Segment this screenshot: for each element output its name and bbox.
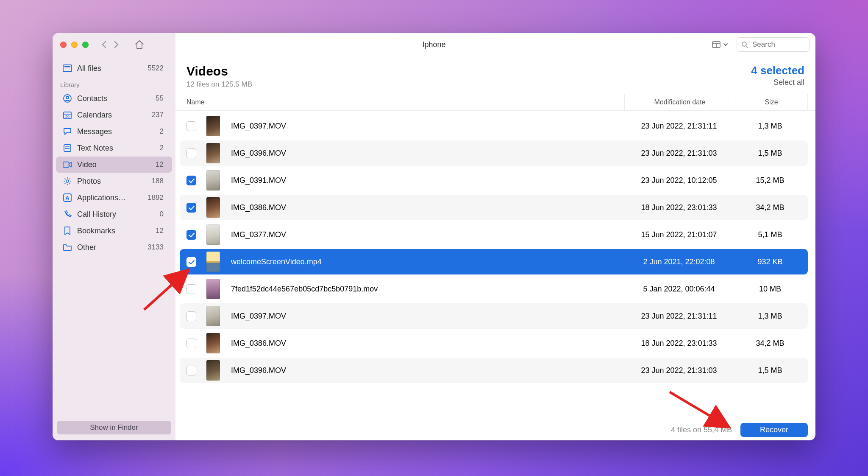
file-row[interactable]: IMG_0397.MOV23 Jun 2022, 21:31:111,3 MB bbox=[180, 303, 808, 329]
nav-forward-button[interactable] bbox=[113, 41, 119, 48]
chevron-down-icon bbox=[723, 42, 728, 47]
row-modification-date: 18 Jun 2022, 23:01:33 bbox=[624, 339, 734, 348]
sidebar-item-count: 188 bbox=[152, 177, 164, 185]
sidebar-item-label: Text Notes bbox=[77, 144, 113, 153]
sidebar-item-messages[interactable]: Messages2 bbox=[56, 123, 172, 140]
sidebar-item-label: Messages bbox=[77, 127, 112, 136]
recover-button[interactable]: Recover bbox=[740, 423, 808, 437]
sidebar-item-label: Bookmarks bbox=[77, 227, 115, 235]
row-checkbox[interactable] bbox=[186, 311, 196, 321]
minimize-window-button[interactable] bbox=[71, 42, 78, 48]
column-size[interactable]: Size bbox=[735, 94, 808, 110]
sidebar: All files 5522 Library Contacts5529Calen… bbox=[53, 56, 175, 440]
sidebar-item-count: 12 bbox=[156, 227, 164, 235]
column-name[interactable]: Name bbox=[186, 98, 624, 106]
row-filename: IMG_0391.MOV bbox=[231, 176, 624, 185]
row-size: 5,1 MB bbox=[734, 230, 806, 239]
sidebar-item-calendars[interactable]: 29Calendars237 bbox=[56, 107, 172, 123]
file-row[interactable]: IMG_0396.MOV23 Jun 2022, 21:31:031,5 MB bbox=[180, 140, 808, 166]
row-size: 932 KB bbox=[734, 258, 806, 266]
show-in-finder-button[interactable]: Show in Finder bbox=[57, 421, 171, 434]
sidebar-item-label: Other bbox=[77, 243, 96, 252]
sidebar-item-count: 3133 bbox=[147, 243, 164, 252]
row-size: 1,5 MB bbox=[734, 149, 806, 158]
row-checkbox[interactable] bbox=[186, 284, 196, 294]
photo-icon bbox=[63, 176, 72, 186]
search-input[interactable] bbox=[751, 40, 800, 49]
row-checkbox[interactable] bbox=[186, 148, 196, 158]
sidebar-item-bookmarks[interactable]: Bookmarks12 bbox=[56, 223, 172, 239]
row-checkbox[interactable] bbox=[186, 366, 196, 375]
sidebar-item-all-files[interactable]: All files 5522 bbox=[56, 60, 172, 76]
sidebar-item-video[interactable]: Video12 bbox=[56, 157, 172, 173]
svg-line-24 bbox=[69, 179, 70, 179]
titlebar: Iphone bbox=[53, 33, 815, 56]
file-row[interactable]: IMG_0386.MOV18 Jun 2022, 23:01:3334,2 MB bbox=[180, 330, 808, 356]
row-modification-date: 23 Jun 2022, 21:31:03 bbox=[624, 366, 734, 375]
row-thumbnail bbox=[206, 306, 220, 326]
page-title: Videos bbox=[186, 64, 252, 78]
all-files-icon bbox=[63, 64, 72, 73]
search-icon bbox=[741, 41, 748, 48]
row-checkbox[interactable] bbox=[186, 230, 196, 240]
file-row[interactable]: 7fed1f52dc44e567eb05cd7bc5b0791b.mov5 Ja… bbox=[180, 276, 808, 302]
row-checkbox[interactable] bbox=[186, 339, 196, 348]
row-checkbox[interactable] bbox=[186, 257, 196, 267]
home-button[interactable] bbox=[134, 40, 145, 49]
sidebar-item-count: 1892 bbox=[147, 193, 164, 202]
row-checkbox[interactable] bbox=[186, 176, 196, 185]
sidebar-item-label: Call History bbox=[77, 210, 116, 219]
maximize-window-button[interactable] bbox=[82, 42, 89, 48]
row-filename: welcomeScreenVideo.mp4 bbox=[231, 258, 624, 266]
svg-text:29: 29 bbox=[65, 115, 70, 119]
select-all-button[interactable]: Select all bbox=[751, 78, 804, 87]
row-modification-date: 23 Jun 2022, 21:31:03 bbox=[624, 149, 734, 158]
search-field[interactable] bbox=[737, 37, 810, 52]
row-checkbox[interactable] bbox=[186, 203, 196, 213]
svg-text:A: A bbox=[65, 195, 70, 201]
row-modification-date: 23 Jun 2022, 10:12:05 bbox=[624, 176, 734, 185]
file-row[interactable]: IMG_0397.MOV23 Jun 2022, 21:31:111,3 MB bbox=[180, 113, 808, 139]
sidebar-item-label: All files bbox=[77, 64, 101, 73]
nav-back-button[interactable] bbox=[101, 41, 107, 48]
row-modification-date: 23 Jun 2022, 21:31:11 bbox=[624, 312, 734, 321]
sidebar-item-other[interactable]: Other3133 bbox=[56, 239, 172, 255]
sidebar-item-textnotes[interactable]: Text Notes2 bbox=[56, 140, 172, 156]
sidebar-item-label: Photos bbox=[77, 177, 101, 186]
row-size: 1,3 MB bbox=[734, 312, 806, 321]
file-row[interactable]: IMG_0391.MOV23 Jun 2022, 10:12:0515,2 MB bbox=[180, 168, 808, 193]
sidebar-item-contacts[interactable]: Contacts55 bbox=[56, 90, 172, 106]
selected-count: 4 selected bbox=[751, 64, 804, 77]
row-filename: IMG_0397.MOV bbox=[231, 312, 624, 321]
row-modification-date: 2 Jun 2021, 22:02:08 bbox=[624, 258, 734, 266]
sidebar-item-photos[interactable]: Photos188 bbox=[56, 173, 172, 189]
selection-summary: 4 files on 55,4 MB bbox=[671, 426, 732, 434]
row-thumbnail bbox=[206, 333, 220, 353]
sidebar-item-count: 237 bbox=[152, 111, 164, 119]
file-row[interactable]: IMG_0396.MOV23 Jun 2022, 21:31:031,5 MB bbox=[180, 358, 808, 383]
svg-point-16 bbox=[66, 180, 69, 182]
svg-line-21 bbox=[65, 179, 66, 179]
row-thumbnail bbox=[206, 197, 220, 218]
row-checkbox[interactable] bbox=[186, 121, 196, 131]
sidebar-item-callhistory[interactable]: Call History0 bbox=[56, 206, 172, 222]
svg-rect-5 bbox=[63, 65, 72, 72]
view-mode-toggle[interactable] bbox=[709, 39, 731, 50]
row-size: 15,2 MB bbox=[734, 176, 806, 185]
page-subtitle: 12 files on 125,5 MB bbox=[186, 80, 252, 89]
row-size: 1,3 MB bbox=[734, 122, 806, 131]
column-modification-date[interactable]: Modification date bbox=[624, 94, 735, 110]
file-list[interactable]: IMG_0397.MOV23 Jun 2022, 21:31:111,3 MBI… bbox=[175, 111, 815, 419]
row-modification-date: 23 Jun 2022, 21:31:11 bbox=[624, 122, 734, 131]
file-row[interactable]: IMG_0377.MOV15 Jun 2022, 21:01:075,1 MB bbox=[180, 222, 808, 247]
app-window: Iphone A bbox=[53, 33, 815, 440]
file-row[interactable]: welcomeScreenVideo.mp42 Jun 2021, 22:02:… bbox=[180, 249, 808, 274]
note-icon bbox=[63, 143, 72, 153]
file-row[interactable]: IMG_0386.MOV18 Jun 2022, 23:01:3334,2 MB bbox=[180, 195, 808, 220]
row-size: 1,5 MB bbox=[734, 366, 806, 375]
row-thumbnail bbox=[206, 360, 220, 381]
row-thumbnail bbox=[206, 143, 220, 163]
close-window-button[interactable] bbox=[60, 42, 67, 48]
sidebar-item-applications[interactable]: AApplications…1892 bbox=[56, 190, 172, 206]
row-size: 10 MB bbox=[734, 285, 806, 294]
